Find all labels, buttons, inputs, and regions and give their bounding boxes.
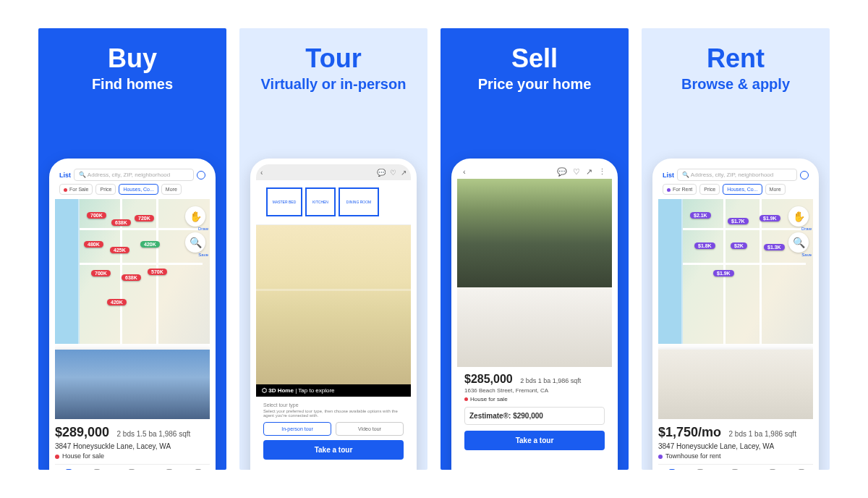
video-tour-button[interactable]: Video tour bbox=[336, 422, 404, 436]
panel-buy: Buy Find homes List 🔍 Address, city, ZIP… bbox=[38, 28, 226, 470]
sell-photo-interior[interactable] bbox=[457, 287, 612, 367]
tour-photo[interactable] bbox=[256, 225, 411, 384]
listing-stats: 2 bds 1.5 ba 1,986 sqft bbox=[117, 430, 191, 438]
heart-icon[interactable]: ♡ bbox=[390, 169, 396, 177]
listing-address: 3847 Honeysuckle Lane, Lacey, WA bbox=[658, 442, 813, 450]
filter-row: For Rent Price Houses, Co... More bbox=[658, 184, 813, 199]
title-sell: Sell bbox=[478, 46, 592, 72]
listing-price: $1,750/mo bbox=[658, 425, 721, 440]
map-pin[interactable]: 420K bbox=[107, 299, 127, 305]
headline-tour: Tour Virtually or in-person bbox=[261, 28, 407, 93]
tour-topbar: ‹ 💬 ♡ ↗ bbox=[256, 164, 411, 180]
nav-updates[interactable]: Updates bbox=[88, 469, 104, 470]
nav-more[interactable]: More bbox=[796, 469, 807, 470]
location-icon[interactable] bbox=[800, 171, 809, 180]
nav-saved[interactable]: Saved Homes bbox=[721, 469, 749, 470]
map-pin[interactable]: 480K bbox=[84, 241, 103, 248]
nav-search[interactable]: Search bbox=[665, 469, 678, 470]
panel-tour: Tour Virtually or in-person ‹ 💬 ♡ ↗ MAST… bbox=[239, 28, 427, 470]
headline-sell: Sell Price your home bbox=[478, 28, 592, 93]
listing-card[interactable]: $289,000 2 bds 1.5 ba 1,986 sqft 3847 Ho… bbox=[49, 350, 216, 467]
chat-icon[interactable]: 💬 bbox=[377, 169, 386, 177]
sell-photo-exterior[interactable] bbox=[457, 179, 612, 287]
chip-houses[interactable]: Houses, Co... bbox=[723, 184, 762, 195]
chat-icon[interactable]: 💬 bbox=[557, 167, 567, 177]
search-input[interactable]: 🔍 Address, city, ZIP, neighborhood bbox=[74, 169, 194, 181]
share-icon[interactable]: ↗ bbox=[401, 169, 407, 177]
phone-sell: ‹ 💬 ♡ ↗ ⋮ $285,000 2 bds 1 ba 1,986 sqft… bbox=[451, 159, 618, 470]
draw-button[interactable]: ✋ bbox=[788, 206, 809, 227]
nav-saved[interactable]: Saved Homes bbox=[118, 469, 145, 470]
bottom-nav: Search Updates Saved Homes Your Home Mor… bbox=[55, 464, 210, 470]
headline-rent: Rent Browse & apply bbox=[681, 28, 790, 93]
phone-buy: List 🔍 Address, city, ZIP, neighborhood … bbox=[49, 159, 216, 470]
in-person-tour-button[interactable]: In-person tour bbox=[263, 422, 331, 436]
subtitle-tour: Virtually or in-person bbox=[261, 76, 407, 93]
map-pin[interactable]: $1.3K bbox=[764, 244, 785, 250]
chip-for-rent[interactable]: For Rent bbox=[663, 184, 697, 195]
search-input[interactable]: 🔍 Address, city, ZIP, neighborhood bbox=[677, 169, 797, 181]
chip-houses[interactable]: Houses, Co... bbox=[119, 184, 158, 195]
map-pin[interactable]: $1.9K bbox=[760, 215, 780, 221]
title-tour: Tour bbox=[261, 46, 407, 72]
map-view[interactable]: $2.1K $1.7K $1.9K $1.8K $2K $1.3K $1.9K … bbox=[658, 199, 813, 344]
map-pin[interactable]: $1.7K bbox=[728, 218, 749, 224]
sell-topbar: ‹ 💬 ♡ ↗ ⋮ bbox=[457, 164, 612, 179]
phone-rent: List 🔍 Address, city, ZIP, neighborhood … bbox=[652, 159, 819, 470]
more-icon[interactable]: ⋮ bbox=[598, 167, 606, 177]
list-link[interactable]: List bbox=[59, 172, 71, 179]
subtitle-rent: Browse & apply bbox=[681, 76, 790, 93]
panel-sell: Sell Price your home ‹ 💬 ♡ ↗ ⋮ $285,000 … bbox=[441, 28, 629, 470]
map-pin[interactable]: 425K bbox=[110, 247, 129, 253]
take-tour-button[interactable]: Take a tour bbox=[263, 440, 404, 460]
draw-button[interactable]: ✋ bbox=[185, 206, 205, 227]
map-pin[interactable]: $1.8K bbox=[694, 242, 715, 249]
save-button[interactable]: 🔍 bbox=[788, 232, 809, 253]
chip-more[interactable]: More bbox=[161, 184, 182, 195]
map-pin[interactable]: $2.1K bbox=[690, 212, 711, 219]
listing-card[interactable]: $1,750/mo 2 bds 1 ba 1,986 sqft 3847 Hon… bbox=[652, 350, 819, 467]
map-pin[interactable]: $1.9K bbox=[713, 270, 734, 277]
map-pin[interactable]: 420K bbox=[140, 241, 160, 248]
map-view[interactable]: 700K 638K 720K 480K 425K 420K 700K 638K … bbox=[55, 199, 210, 344]
map-pin[interactable]: 700K bbox=[91, 270, 111, 277]
map-pin[interactable]: 638K bbox=[122, 274, 141, 281]
share-icon[interactable]: ↗ bbox=[586, 167, 592, 177]
map-pin[interactable]: 570K bbox=[148, 269, 167, 275]
nav-more[interactable]: More bbox=[193, 469, 203, 470]
nav-your-home[interactable]: Your Home bbox=[158, 469, 180, 470]
map-pin[interactable]: 700K bbox=[87, 212, 106, 219]
save-button[interactable]: 🔍 bbox=[185, 232, 205, 253]
back-icon[interactable]: ‹ bbox=[463, 167, 466, 176]
filter-row: For Sale Price Houses, Co... More bbox=[55, 184, 210, 199]
map-pin[interactable]: $2K bbox=[731, 242, 747, 249]
listing-photo bbox=[49, 350, 216, 419]
nav-your-home[interactable]: Your Home bbox=[762, 469, 783, 470]
map-pin[interactable]: 638K bbox=[111, 219, 131, 226]
chip-more[interactable]: More bbox=[765, 184, 786, 195]
take-tour-button[interactable]: Take a tour bbox=[464, 431, 605, 450]
nav-search[interactable]: Search bbox=[61, 469, 75, 470]
list-link[interactable]: List bbox=[663, 172, 674, 179]
chip-for-sale[interactable]: For Sale bbox=[59, 184, 93, 195]
sell-price: $285,000 bbox=[464, 373, 513, 386]
chip-price[interactable]: Price bbox=[699, 184, 720, 195]
listing-address: 3847 Honeysuckle Lane, Lacey, WA bbox=[55, 442, 210, 450]
subtitle-sell: Price your home bbox=[478, 76, 592, 93]
three-d-banner[interactable]: ⬡ 3D Home | Tap to explore bbox=[256, 384, 411, 397]
panel-rent: Rent Browse & apply List 🔍 Address, city… bbox=[642, 28, 830, 470]
bottom-nav: Search Updates Saved Homes Your Home Mor… bbox=[658, 464, 813, 470]
location-icon[interactable] bbox=[197, 171, 205, 180]
floorplan[interactable]: MASTER BED KITCHEN DINING ROOM bbox=[256, 180, 411, 225]
back-icon[interactable]: ‹ bbox=[260, 169, 263, 177]
listing-status: House for sale bbox=[55, 452, 210, 460]
headline-buy: Buy Find homes bbox=[92, 28, 173, 93]
listing-price: $289,000 bbox=[55, 425, 109, 440]
nav-updates[interactable]: Updates bbox=[692, 469, 707, 470]
sell-stats: 2 bds 1 ba 1,986 sqft bbox=[520, 377, 581, 384]
map-pin[interactable]: 720K bbox=[135, 215, 154, 221]
heart-icon[interactable]: ♡ bbox=[573, 167, 580, 177]
listing-photo bbox=[652, 350, 819, 419]
listing-stats: 2 bds 1 ba 1,986 sqft bbox=[729, 430, 796, 438]
chip-price[interactable]: Price bbox=[95, 184, 116, 195]
